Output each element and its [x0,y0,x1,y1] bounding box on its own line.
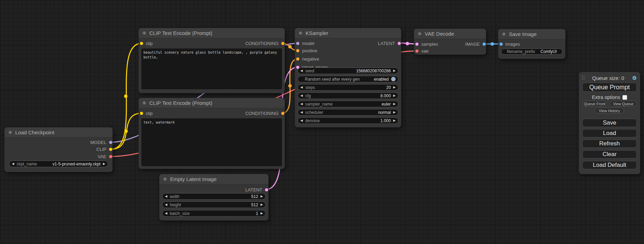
slot-dot-icon[interactable] [483,43,486,46]
input-slot-positive[interactable]: positive [296,47,317,54]
increment-icon[interactable]: ▶ [261,195,263,198]
node-title-bar[interactable]: Save Image [498,29,565,39]
decrement-icon[interactable]: ◀ [300,94,303,97]
widget-sampler-name[interactable]: ◀ sampler_name euler ▶ [298,101,398,107]
node-clip-text-encode-negative[interactable]: CLIP Text Encode (Prompt) clip CONDITION… [139,98,285,169]
increment-icon[interactable]: ▶ [261,203,263,206]
node-empty-latent-image[interactable]: Empty Latent Image LATENT ◀ width 512 ▶ … [159,174,268,220]
node-clip-text-encode-positive[interactable]: CLIP Text Encode (Prompt) clip CONDITION… [139,28,285,93]
collapse-dot-icon[interactable] [502,33,505,36]
input-slot-images[interactable]: images [500,41,520,47]
increment-icon[interactable]: ▶ [393,111,396,114]
node-load-checkpoint[interactable]: Load Checkpoint MODEL CLIP VAE ◀ ckpt_na… [5,127,113,172]
load-button[interactable]: Load [582,129,637,137]
widget-width[interactable]: ◀ width 512 ▶ [162,193,266,200]
link-midpoint-dot[interactable] [124,94,127,98]
widget-seed[interactable]: ◀ seed 156680208700286 ▶ [298,67,398,74]
decrement-icon[interactable]: ◀ [165,212,167,215]
input-slot-clip[interactable]: clip [140,40,153,46]
increment-icon[interactable]: ▶ [393,86,396,89]
decrement-icon[interactable]: ◀ [165,203,167,206]
load-default-button[interactable]: Load Default [582,161,637,169]
slot-dot-icon[interactable] [296,42,299,45]
view-queue-button[interactable]: View Queue [610,101,637,107]
input-slot-model[interactable]: model [296,40,314,46]
slot-dot-icon[interactable] [140,112,143,115]
increment-icon[interactable]: ▶ [393,119,396,122]
queue-menu-panel[interactable]: Queue size: 0 Queue Prompt Extra options… [579,72,640,174]
drag-handle-icon[interactable] [582,75,585,80]
decrement-icon[interactable]: ◀ [165,195,167,198]
settings-gear-icon[interactable] [631,75,637,81]
decrement-icon[interactable]: ◀ [12,162,14,165]
node-title-bar[interactable]: CLIP Text Encode (Prompt) [139,98,285,108]
output-slot-conditioning[interactable]: CONDITIONING [245,110,284,116]
slot-dot-icon[interactable] [415,49,418,53]
output-slot-image[interactable]: IMAGE [465,41,486,47]
collapse-dot-icon[interactable] [299,31,302,35]
widget-scheduler[interactable]: ◀ scheduler normal ▶ [298,109,398,116]
node-title-bar[interactable]: KSampler [295,28,401,38]
output-slot-vae[interactable]: VAE [98,153,112,160]
slot-dot-icon[interactable] [296,57,299,61]
widget-random-seed-toggle[interactable]: Random seed after every gen enabled [298,76,398,82]
extra-options-checkbox[interactable] [623,95,627,100]
node-title-bar[interactable]: VAE Decode [414,29,486,39]
increment-icon[interactable]: ▶ [103,162,105,165]
input-slot-vae[interactable]: vae [415,48,429,54]
widget-denoise[interactable]: ◀ denoise 1.000 ▶ [298,117,398,124]
decrement-icon[interactable]: ◀ [300,111,303,114]
slot-dot-icon[interactable] [415,43,418,46]
collapse-dot-icon[interactable] [164,178,167,181]
comfyui-canvas[interactable]: { "colors": { "model": "#B39DDB", "clip"… [0,0,644,244]
output-slot-model[interactable]: MODEL [90,139,112,145]
decrement-icon[interactable]: ◀ [300,102,303,106]
slot-dot-icon[interactable] [109,155,112,158]
node-save-image[interactable]: Save Image images filename_prefix ComfyU… [498,29,565,59]
increment-icon[interactable]: ▶ [261,212,263,215]
widget-ckpt-name[interactable]: ◀ ckpt_name v1-5-pruned-emaonly.ckpt ▶ [9,161,108,167]
decrement-icon[interactable]: ◀ [300,119,303,122]
node-title-bar[interactable]: Load Checkpoint [5,127,113,138]
slot-dot-icon[interactable] [109,148,112,151]
collapse-dot-icon[interactable] [143,31,146,35]
collapse-dot-icon[interactable] [9,131,12,134]
decrement-icon[interactable]: ◀ [300,69,303,72]
slot-dot-icon[interactable] [296,49,299,52]
link-midpoint-dot[interactable] [491,42,494,46]
increment-icon[interactable]: ▶ [393,102,396,106]
slot-dot-icon[interactable] [281,112,284,115]
collapse-dot-icon[interactable] [143,101,146,105]
widget-filename-prefix[interactable]: filename_prefix ComfyUI [501,48,563,55]
output-slot-clip[interactable]: CLIP [96,146,112,152]
slot-dot-icon[interactable] [265,188,268,191]
node-title-bar[interactable]: CLIP Text Encode (Prompt) [139,28,285,38]
link-midpoint-dot[interactable] [288,45,292,48]
input-slot-clip[interactable]: clip [140,110,153,116]
slot-dot-icon[interactable] [109,141,112,144]
widget-cfg[interactable]: ◀ cfg 8.000 ▶ [298,92,398,99]
decrement-icon[interactable]: ◀ [300,86,303,89]
link-midpoint-dot[interactable] [288,84,292,88]
increment-icon[interactable]: ▶ [393,94,396,97]
input-slot-samples[interactable]: samples [415,41,438,47]
output-slot-conditioning[interactable]: CONDITIONING [245,40,284,46]
output-slot-latent[interactable]: LATENT [378,40,401,46]
input-slot-negative[interactable]: negative [296,56,319,62]
view-history-button[interactable]: View History [595,108,624,114]
slot-dot-icon[interactable] [500,43,503,46]
output-slot-latent[interactable]: LATENT [245,187,268,193]
prompt-textarea[interactable]: beautiful scenery nature glass bottle la… [141,48,282,89]
slot-dot-icon[interactable] [140,42,143,45]
widget-steps[interactable]: ◀ steps 20 ▶ [298,84,398,91]
collapse-dot-icon[interactable] [418,32,421,35]
widget-height[interactable]: ◀ height 512 ▶ [162,201,266,208]
increment-icon[interactable]: ▶ [393,69,396,72]
clear-button[interactable]: Clear [582,150,637,159]
prompt-textarea[interactable]: text, watermark [141,118,282,166]
link-midpoint-dot[interactable] [124,129,128,133]
link-midpoint-dot[interactable] [406,42,409,45]
slot-dot-icon[interactable] [281,42,284,45]
slot-dot-icon[interactable] [398,42,401,45]
queue-prompt-button[interactable]: Queue Prompt [582,83,637,92]
